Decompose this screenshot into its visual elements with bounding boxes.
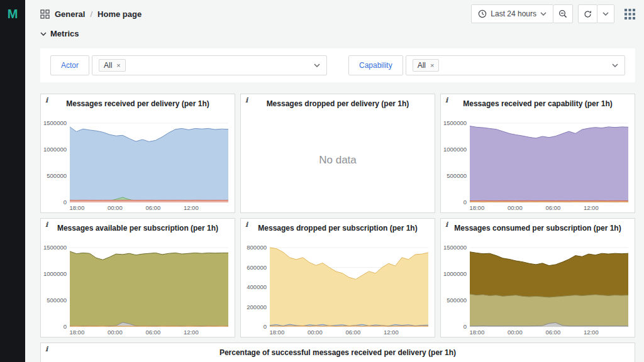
panel-messages-consumed-per-subscription: i Messages consumed per subscription (pe…: [440, 218, 635, 337]
chevron-down-icon: [540, 12, 547, 16]
area-chart[interactable]: 020000040000060000080000018:0000:0006:00…: [241, 243, 435, 337]
chevron-down-icon: [602, 12, 609, 16]
svg-text:200000: 200000: [247, 304, 267, 310]
apps-grid-icon[interactable]: [625, 9, 635, 19]
chevron-down-icon: [314, 63, 320, 67]
panel-grid: i Messages received per delivery (per 1h…: [40, 94, 635, 337]
svg-text:0: 0: [464, 199, 467, 206]
panel-body: 05000001000000150000018:0000:0006:0012:0…: [41, 233, 235, 337]
panel-messages-available-per-subscription: i Messages available per subscription (p…: [40, 218, 235, 337]
svg-text:18:00: 18:00: [69, 204, 84, 211]
svg-text:18:00: 18:00: [69, 329, 84, 336]
panel-title[interactable]: Messages consumed per subscription (per …: [441, 219, 635, 233]
svg-text:1500000: 1500000: [43, 119, 67, 126]
time-range-button[interactable]: Last 24 hours: [471, 4, 553, 23]
clock-icon: [478, 9, 487, 18]
info-icon[interactable]: i: [445, 96, 448, 104]
sidebar: M: [0, 0, 25, 362]
svg-text:0: 0: [264, 323, 267, 330]
top-actions: Last 24 hours: [471, 4, 635, 23]
area-chart[interactable]: 05000001000000150000018:0000:0006:0012:0…: [41, 118, 235, 212]
svg-text:18:00: 18:00: [469, 329, 484, 336]
panel-messages-received-per-delivery: i Messages received per delivery (per 1h…: [40, 94, 235, 213]
metrics-section-title: Metrics: [50, 29, 79, 38]
top-bar: General / Home page Last 24 hours: [40, 0, 635, 28]
chip-value: All: [418, 61, 426, 70]
svg-text:1000000: 1000000: [43, 270, 67, 277]
svg-text:1000000: 1000000: [43, 146, 67, 153]
app-root: M General / Home page Last 24 hours: [0, 0, 644, 362]
svg-text:12:00: 12:00: [584, 329, 599, 336]
svg-text:1000000: 1000000: [443, 270, 467, 277]
svg-text:0: 0: [64, 199, 67, 206]
breadcrumb: General / Home page: [40, 9, 142, 19]
panel-title[interactable]: Percentage of successful messages receiv…: [41, 343, 635, 357]
area-chart[interactable]: 05000001000000150000018:0000:0006:0012:0…: [441, 118, 635, 212]
svg-text:06:00: 06:00: [345, 329, 360, 336]
panel-body: 020000040000060000080000018:0000:0006:00…: [241, 233, 435, 337]
svg-text:06:00: 06:00: [545, 329, 560, 336]
svg-text:06:00: 06:00: [545, 204, 560, 211]
metrics-section-header[interactable]: Metrics: [40, 29, 635, 38]
area-chart[interactable]: 05000001000000150000018:0000:0006:0012:0…: [41, 243, 235, 337]
svg-text:06:00: 06:00: [145, 204, 160, 211]
remove-icon[interactable]: ×: [430, 62, 434, 69]
variables-row: Actor All × Capability All ×: [40, 48, 635, 82]
panel-title[interactable]: Messages dropped per subscription (per 1…: [241, 219, 435, 233]
info-icon[interactable]: i: [45, 96, 48, 104]
dashboard-grid-icon: [40, 9, 50, 19]
zoom-out-icon: [558, 9, 567, 18]
svg-text:500000: 500000: [447, 297, 467, 304]
no-data-message: No data: [241, 154, 435, 167]
svg-text:0: 0: [464, 323, 467, 330]
panel-title[interactable]: Messages available per subscription (per…: [41, 219, 235, 233]
panel-body: 05000001000000150000018:0000:0006:0012:0…: [41, 108, 235, 212]
zoom-out-button[interactable]: [553, 4, 573, 23]
panel-title[interactable]: Messages dropped per delivery (per 1h): [241, 94, 435, 108]
remove-icon[interactable]: ×: [116, 62, 120, 69]
breadcrumb-section[interactable]: General: [55, 9, 85, 19]
refresh-controls: [578, 4, 614, 23]
svg-text:1500000: 1500000: [443, 119, 467, 126]
panel-title[interactable]: Messages received per delivery (per 1h): [41, 94, 235, 108]
panel-body: No data: [241, 108, 435, 212]
svg-text:600000: 600000: [247, 264, 267, 271]
capability-filter-select[interactable]: All ×: [406, 55, 625, 75]
svg-text:00:00: 00:00: [308, 329, 323, 336]
info-icon[interactable]: i: [245, 221, 248, 229]
info-icon[interactable]: i: [245, 96, 248, 104]
capability-filter-label: Capability: [348, 55, 403, 75]
svg-text:800000: 800000: [247, 244, 267, 251]
chevron-down-icon: [40, 32, 47, 36]
panel-messages-dropped-per-delivery: i Messages dropped per delivery (per 1h)…: [240, 94, 435, 213]
capability-filter: Capability All ×: [348, 55, 625, 75]
panel-body: 05000001000000150000018:0000:0006:0012:0…: [441, 108, 635, 212]
panel-body: 05000001000000150000018:0000:0006:0012:0…: [441, 233, 635, 337]
capability-filter-chip: All ×: [413, 59, 440, 72]
actor-filter-chip: All ×: [99, 59, 126, 72]
time-controls: Last 24 hours: [471, 4, 573, 23]
svg-text:400000: 400000: [247, 283, 267, 290]
chevron-down-icon: [612, 63, 618, 67]
area-chart[interactable]: 05000001000000150000018:0000:0006:0012:0…: [441, 243, 635, 337]
svg-text:1500000: 1500000: [43, 244, 67, 251]
svg-text:12:00: 12:00: [384, 329, 399, 336]
actor-filter-label: Actor: [50, 55, 89, 75]
actor-filter: Actor All ×: [50, 55, 327, 75]
svg-text:00:00: 00:00: [508, 329, 523, 336]
panel-messages-dropped-per-subscription: i Messages dropped per subscription (per…: [240, 218, 435, 337]
refresh-button[interactable]: [578, 4, 597, 23]
chip-value: All: [104, 61, 112, 70]
info-icon[interactable]: i: [45, 345, 48, 353]
breadcrumb-page[interactable]: Home page: [97, 9, 142, 19]
panel-title[interactable]: Messages received per capability (per 1h…: [441, 94, 635, 108]
svg-text:0: 0: [64, 323, 67, 330]
svg-text:18:00: 18:00: [269, 329, 284, 336]
info-icon[interactable]: i: [445, 221, 448, 229]
refresh-interval-button[interactable]: [597, 4, 614, 23]
actor-filter-select[interactable]: All ×: [92, 55, 327, 75]
svg-text:12:00: 12:00: [584, 204, 599, 211]
app-logo[interactable]: M: [8, 8, 18, 362]
svg-text:500000: 500000: [447, 172, 467, 179]
info-icon[interactable]: i: [45, 221, 48, 229]
